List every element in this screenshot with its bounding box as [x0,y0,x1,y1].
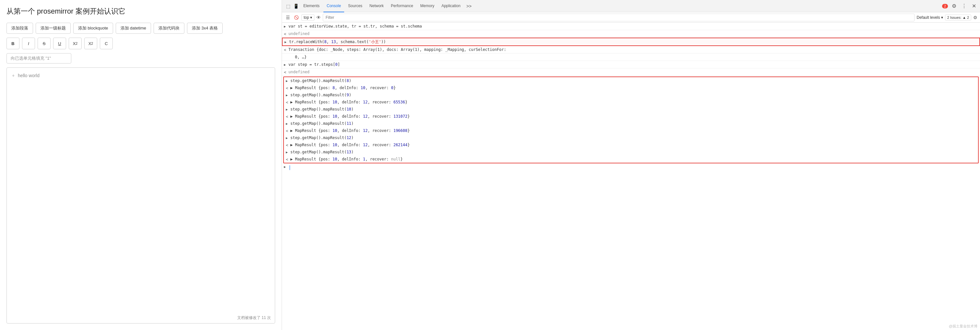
expand-arrow[interactable] [286,92,288,98]
settings-icon[interactable]: ⚙ [950,2,958,10]
expand-arrow[interactable] [286,121,288,127]
tab-network[interactable]: Network [366,0,387,12]
console-content[interactable]: var st = editorView.state, tr = st.tr, s… [282,23,980,330]
bold-btn[interactable]: B [6,38,19,49]
console-output: Transaction {doc: _Node, steps: Array(1)… [288,47,506,53]
sidebar-toggle-icon[interactable]: ☰ [285,14,291,21]
highlighted-results-block: step.getMap().mapResult(8) ▶ MapResult {… [283,77,979,163]
console-line: step.getMap().mapResult(12) [284,134,978,141]
default-levels-btn[interactable]: Default levels ▾ [916,15,943,20]
console-line: step.getMap().mapResult(8) [284,77,978,84]
console-output: ▶ MapResult {pos: 10, delInfo: 12, recov… [290,128,410,134]
console-line: ▶ MapResult {pos: 10, delInfo: 12, recov… [284,99,978,106]
output-arrow [286,85,288,91]
console-input-line[interactable]: | [282,164,980,171]
console-output: ▶ MapResult {pos: 10, delInfo: 12, recov… [290,99,407,105]
editor-area[interactable]: + hello world 文档被修改了 11 次 [6,67,275,324]
console-output: ▶ MapResult {pos: 10, delInfo: 12, recov… [290,113,410,119]
add-heading-btn[interactable]: 添加一级标题 [36,23,71,34]
console-line: ▶ MapResult {pos: 10, delInfo: 12, recov… [284,141,978,148]
console-code: var st = editorView.state, tr = st.tr, s… [288,23,422,29]
devtools-panel: ⬚ 📱 Elements Console Sources Network Per… [282,0,980,330]
expand-arrow[interactable] [286,78,288,84]
expand-arrow[interactable] [286,150,288,155]
left-panel: 从第一个 prosemirror 案例开始认识它 添加段落 添加一级标题 添加 … [0,0,282,330]
tab-performance[interactable]: Performance [388,0,417,12]
expand-arrow[interactable] [284,62,286,68]
tab-console[interactable]: Console [323,0,344,12]
console-code: step.getMap().mapResult(10) [290,106,353,112]
input-arrow [284,165,286,169]
devtools-header: ⬚ 📱 Elements Console Sources Network Per… [282,0,980,12]
console-code: tr.replaceWith(8, 13, schema.text('小王')) [289,39,386,45]
editor-text: hello world [18,73,40,78]
output-arrow [286,128,288,134]
console-line: ▶ MapResult {pos: 10, delInfo: 12, recov… [284,127,978,134]
add-table-btn[interactable]: 添加 3x4 表格 [187,23,223,34]
add-paragraph-btn[interactable]: 添加段落 [6,23,33,34]
filter-input[interactable] [323,14,915,21]
expand-arrow[interactable] [284,24,286,30]
subscript-btn[interactable]: X2 [84,38,97,49]
tab-sources[interactable]: Sources [345,0,366,12]
close-icon[interactable]: ✕ [970,2,977,10]
editor-content: + hello world [12,73,270,78]
console-settings-icon[interactable]: ⚙ [973,15,977,20]
expand-arrow[interactable] [286,107,288,113]
tab-application[interactable]: Application [438,0,464,12]
tab-elements[interactable]: Elements [300,0,323,12]
strikethrough-btn[interactable]: S [38,38,51,49]
console-output: ▶ MapResult {pos: 10, delInfo: 12, recov… [290,142,410,148]
console-line: 0, …} [282,54,980,61]
console-line: undefined [282,69,980,76]
console-output: ▶ MapResult {pos: 10, delInfo: 1, recove… [290,156,403,162]
clear-console-icon[interactable]: 🚫 [293,14,299,21]
toolbar-row: 添加段落 添加一级标题 添加 blockquote 添加 datetime 添加… [6,23,275,34]
issues-label: 2 Issues: ▲ 2 [947,16,969,19]
console-line: ▶ MapResult {pos: 8, delInfo: 10, recove… [284,84,978,91]
superscript-btn[interactable]: X2 [69,38,82,49]
output-arrow [286,156,288,163]
expand-arrow[interactable] [285,39,286,45]
console-highlighted-input: tr.replaceWith(8, 13, schema.text('小王')) [282,38,980,46]
console-code: step.getMap().mapResult(13) [290,149,353,155]
device-icon[interactable]: 📱 [292,3,299,10]
more-tabs-btn[interactable]: >> [465,3,474,9]
more-options-icon[interactable]: ⋮ [960,2,968,10]
clear-format-btn[interactable]: C [100,38,113,49]
console-code: step.getMap().mapResult(12) [290,135,353,141]
underline-btn[interactable]: U [53,38,66,49]
output-arrow [284,47,286,53]
fill-input-row: 向已选单元格填充 "1" [6,53,275,64]
output-arrow [286,142,288,148]
watermark: @掘土量金技术博 [949,324,977,329]
issues-button[interactable]: 2 Issues: ▲ 2 [945,14,971,21]
console-line: step.getMap().mapResult(11) [284,120,978,127]
console-line: var step = tr.steps[0] [282,61,980,69]
issues-badge: 2 [942,4,948,8]
context-label: top [304,15,309,20]
console-code: step.getMap().mapResult(9) [290,92,351,98]
expand-arrow[interactable] [286,135,288,141]
console-output: undefined [288,69,310,75]
output-arrow [284,31,286,37]
console-code: step.getMap().mapResult(8) [290,78,351,84]
output-arrow [286,99,288,106]
console-line: var st = editorView.state, tr = st.tr, s… [282,23,980,30]
inspect-icon[interactable]: ⬚ [285,3,292,10]
add-blockquote-btn[interactable]: 添加 blockquote [73,23,113,34]
console-line: step.getMap().mapResult(10) [284,106,978,113]
fill-input[interactable]: 向已选单元格填充 "1" [6,53,71,64]
filter-eye-icon[interactable]: 👁 [316,15,321,20]
context-selector[interactable]: top ▾ [301,14,314,21]
console-code: var step = tr.steps[0] [288,62,340,67]
tab-memory[interactable]: Memory [417,0,438,12]
add-datetime-btn[interactable]: 添加 datetime [116,23,151,34]
console-output: ▶ MapResult {pos: 8, delInfo: 10, recove… [290,85,396,91]
add-codeblock-btn[interactable]: 添加代码块 [154,23,185,34]
console-line: ▶ MapResult {pos: 10, delInfo: 1, recove… [284,156,978,163]
console-toolbar: ☰ 🚫 top ▾ 👁 Default levels ▾ 2 Issues: ▲… [282,12,980,23]
output-arrow [286,114,288,120]
header-right: 2 ⚙ ⋮ ✕ [942,2,977,10]
italic-btn[interactable]: I [22,38,35,49]
